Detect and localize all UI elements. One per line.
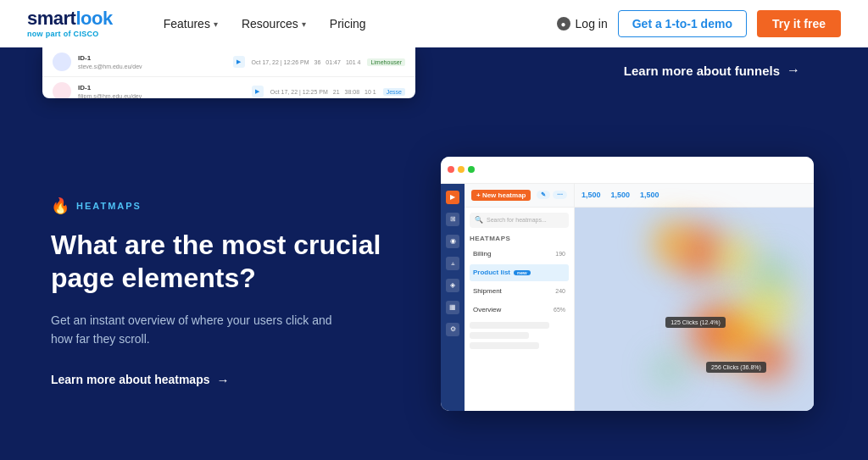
logo-text: smartlook	[27, 9, 113, 28]
maximize-dot	[468, 166, 475, 173]
more-icon[interactable]: ⋯	[553, 191, 567, 199]
edit-icon[interactable]: ✎	[537, 191, 550, 199]
hotspot-9	[647, 350, 689, 392]
main-content: 🔥 HEATMAPS What are the most crucial pag…	[0, 107, 868, 460]
chart-icon[interactable]: ▦	[446, 301, 459, 314]
table-row: ID-1 steve.s@hm.edu.eu/dev ▶ Oct 17, 22 …	[42, 47, 415, 77]
play-icon[interactable]: ▶	[233, 56, 245, 68]
play-icon[interactable]: ▶	[446, 191, 459, 204]
features-chevron-icon: ▾	[214, 19, 218, 29]
logo-cisco-label: now part of CISCO	[27, 30, 113, 38]
login-button[interactable]: ● Log in	[557, 17, 608, 30]
list-item[interactable]: Product list new	[470, 264, 569, 281]
hero-description: Get an instant overview of where your us…	[51, 311, 356, 349]
resources-chevron-icon: ▾	[302, 19, 306, 29]
navbar: smartlook now part of CISCO Features ▾ R…	[0, 0, 868, 47]
hotspot-2	[647, 218, 698, 269]
list-item[interactable]: Billing 190	[470, 246, 569, 263]
heatmap-stats-bar: 1,500 1,500 1,500	[575, 184, 814, 208]
minimize-dot	[458, 166, 465, 173]
play-icon[interactable]: ▶	[252, 86, 264, 97]
try-free-button[interactable]: Try it free	[757, 10, 841, 37]
heatmap-icon[interactable]: ◉	[446, 235, 459, 248]
logo-look: look	[75, 8, 112, 29]
hero-heading: What are the most crucial page elements?	[51, 229, 407, 294]
hero-section: ID-1 steve.s@hm.edu.eu/dev ▶ Oct 17, 22 …	[0, 47, 868, 460]
status-badge: Limehouser	[367, 58, 405, 66]
funnel-screenshot-card: ID-1 steve.s@hm.edu.eu/dev ▶ Oct 17, 22 …	[42, 47, 415, 98]
window-toolbar	[441, 157, 814, 184]
nav-features[interactable]: Features ▾	[153, 10, 228, 37]
nav-right: ● Log in Get a 1-to-1 demo Try it free	[557, 10, 841, 37]
search-bar[interactable]: 🔍 Search for heatmaps...	[470, 213, 569, 228]
sidebar-section-label: Heatmaps	[470, 235, 569, 242]
user-icon: ●	[557, 17, 570, 30]
new-heatmap-button[interactable]: + New heatmap	[471, 190, 531, 201]
search-icon: 🔍	[475, 216, 483, 224]
nav-resources[interactable]: Resources ▾	[231, 10, 316, 37]
settings-icon[interactable]: ⚙	[446, 323, 459, 336]
avatar	[53, 82, 71, 98]
logo[interactable]: smartlook now part of CISCO	[27, 9, 113, 38]
sidebar-content: 🔍 Search for heatmaps... Heatmaps Billin…	[465, 208, 574, 411]
arrow-right-icon: →	[217, 373, 230, 387]
status-badge: Jesse	[383, 88, 405, 96]
arrow-right-icon: →	[787, 63, 800, 78]
sidebar-icon-rail: ▶ ⊞ ◉ ⟁ ◈ ▦ ⚙	[441, 184, 465, 411]
heatmaps-text-block: 🔥 HEATMAPS What are the most crucial pag…	[51, 180, 407, 387]
heatmap-body: ▶ ⊞ ◉ ⟁ ◈ ▦ ⚙ + New heatmap ✎ ⋯	[441, 184, 814, 411]
logo-smart: smart	[27, 8, 75, 29]
table-row: ID-1 filipm.s@hm.edu.eu/dev ▶ Oct 17, 22…	[42, 77, 415, 98]
demo-button[interactable]: Get a 1-to-1 demo	[618, 10, 747, 37]
window-controls	[448, 166, 475, 173]
row-text: ID-1 steve.s@hm.edu.eu/dev	[78, 54, 226, 69]
heatmaps-learn-more-link[interactable]: Learn more about heatmaps →	[51, 373, 407, 387]
heatmap-controls: ✎ ⋯	[537, 191, 567, 199]
list-item[interactable]: Overview 65%	[470, 302, 569, 319]
list-item[interactable]: Shipment 240	[470, 283, 569, 300]
flame-icon: 🔥	[51, 197, 70, 215]
avatar	[53, 53, 71, 71]
funnels-learn-more-link[interactable]: Learn more about funnels →	[624, 63, 800, 78]
tag-icon[interactable]: ◈	[446, 279, 459, 292]
search-placeholder: Search for heatmaps...	[487, 217, 547, 223]
funnel-icon[interactable]: ⟁	[446, 257, 459, 270]
heatmap-sidebar: + New heatmap ✎ ⋯ 🔍 Search for heatmaps.…	[465, 184, 575, 411]
nav-pricing[interactable]: Pricing	[320, 10, 376, 37]
grid-icon[interactable]: ⊞	[446, 213, 459, 226]
hotspot-8	[747, 248, 798, 299]
heatmap-visualization: 1,500 1,500 1,500	[575, 184, 814, 411]
close-dot	[448, 166, 454, 173]
heatmap-canvas: 125 Clicks (12.4%) 256 Clicks (36.8%)	[575, 208, 814, 411]
nav-links: Features ▾ Resources ▾ Pricing	[153, 10, 530, 37]
section-label: 🔥 HEATMAPS	[51, 197, 407, 215]
cisco-brand: CISCO	[74, 30, 99, 38]
heatmap-screenshot-card: ▶ ⊞ ◉ ⟁ ◈ ▦ ⚙ + New heatmap ✎ ⋯	[441, 157, 814, 411]
heatmap-topbar: + New heatmap ✎ ⋯	[465, 184, 574, 208]
row-text: ID-1 filipm.s@hm.edu.eu/dev	[78, 84, 245, 98]
